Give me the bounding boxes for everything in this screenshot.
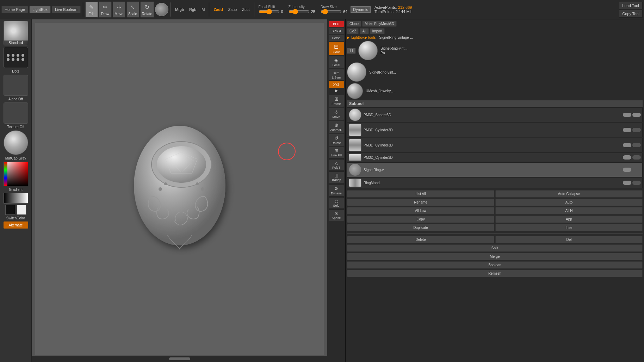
subtool-ring-lock[interactable] — [632, 181, 641, 185]
spix-button[interactable]: SPix 3 — [329, 28, 344, 34]
goz-button[interactable]: GoZ — [347, 28, 359, 34]
bottom-scrollbar[interactable] — [32, 356, 327, 362]
dynamic-button[interactable]: Dynamic — [351, 6, 371, 13]
subtool-signet-lock[interactable] — [632, 168, 641, 172]
rgb-button[interactable]: Rgb — [187, 7, 198, 12]
m-button[interactable]: M — [199, 7, 207, 12]
brush-preview[interactable] — [155, 3, 168, 16]
import-button[interactable]: Import — [370, 28, 385, 34]
subtool-cyl1-vis[interactable] — [623, 128, 631, 132]
rename-button[interactable]: Rename — [347, 199, 494, 206]
subtool-item-signet[interactable]: SignetRing-v... — [347, 162, 643, 177]
draw-size-slider[interactable] — [321, 9, 342, 14]
lsym-button[interactable]: ⇔± L Sym — [329, 69, 344, 81]
delete-button[interactable]: Delete — [347, 236, 494, 243]
lightbox-tools-row[interactable]: ▶ Lightbox▶Tools SignetRing-vintage-... — [347, 36, 643, 39]
scale-tool[interactable]: ⤡ Scale — [126, 1, 139, 18]
clone-button[interactable]: Clone — [347, 21, 361, 27]
zsub-button[interactable]: Zsub — [226, 7, 239, 12]
home-page-button[interactable]: Home Page — [1, 6, 28, 13]
dots-grid — [7, 54, 25, 61]
subtool-item-sphere[interactable]: PM3D_Sphere3D — [347, 107, 643, 122]
draw-tool[interactable]: ✏ Draw — [99, 1, 112, 18]
subtool-cyl3-vis[interactable] — [623, 155, 631, 160]
canvas-area[interactable] — [32, 19, 327, 362]
subtool-sphere-lock-toggle[interactable] — [632, 113, 641, 117]
dot-6 — [12, 58, 14, 61]
frame-button[interactable]: ⊞ Frame — [329, 95, 344, 107]
subtool-ring-vis[interactable] — [623, 181, 631, 185]
persp-button[interactable]: Persp — [329, 35, 344, 41]
goz-all-button[interactable]: All — [360, 28, 369, 34]
subtool-item-cyl2[interactable]: PM3D_Cylinder3D — [347, 138, 643, 152]
bpr-button[interactable]: BPR — [329, 21, 344, 27]
make-polymesh-button[interactable]: Make PolyMesh3D — [362, 21, 397, 27]
auto-button[interactable]: Auto — [495, 199, 643, 206]
inse-button[interactable]: Inse — [495, 224, 643, 231]
boolean-button[interactable]: Boolean — [347, 261, 643, 269]
local-button[interactable]: ◈ Local — [329, 56, 344, 68]
del-button[interactable]: Del — [495, 236, 643, 243]
focal-shift-slider[interactable] — [259, 9, 280, 14]
umesh-preview[interactable] — [347, 83, 363, 99]
load-tool-button[interactable]: Load Tool — [619, 2, 643, 10]
all-high-button[interactable]: All H — [495, 207, 643, 214]
xyz-button[interactable]: XYZ — [329, 81, 344, 88]
subtool-cyl2-lock[interactable] — [632, 143, 641, 147]
color-picker[interactable] — [4, 162, 28, 186]
line-fill-button[interactable]: ⊞ Line Fill — [329, 147, 344, 158]
dots-thumbnail[interactable] — [4, 47, 28, 68]
dynami-button[interactable]: ⚙ Dynami — [329, 185, 344, 196]
duplicate-button[interactable]: Duplicate — [347, 224, 494, 231]
gradient-swatch[interactable] — [4, 193, 28, 204]
brush-name: Standard — [4, 40, 28, 45]
mrgb-button[interactable]: Mrgb — [173, 7, 186, 12]
copy-button[interactable]: Copy — [347, 216, 494, 223]
subtool-item-cyl1[interactable]: PM3D_Cylinder3D — [347, 123, 643, 137]
subtool-item-cyl3[interactable]: PM3D_Cylinder3D — [347, 153, 643, 162]
subtool-signet-vis[interactable] — [623, 168, 631, 172]
rotate-tool[interactable]: ↻ Rotate — [140, 1, 154, 18]
subtool-cyl3-lock[interactable] — [632, 155, 641, 160]
auto-collapse-button[interactable]: Auto Collapse — [495, 190, 643, 198]
remesh-button[interactable]: Remesh — [347, 270, 643, 277]
matcap-thumbnail[interactable] — [4, 130, 28, 155]
alpha-thumbnail[interactable] — [4, 75, 28, 96]
zadd-button[interactable]: Zadd — [211, 7, 225, 12]
all-low-button[interactable]: All Low — [347, 207, 494, 214]
lightbox-button[interactable]: LightBox — [29, 6, 51, 13]
zcut-button[interactable]: Zcut — [240, 7, 252, 12]
tool-sphere-preview[interactable] — [358, 41, 378, 60]
expand-handle[interactable]: ▶ — [335, 88, 338, 93]
rotate-3d-button[interactable]: ↺ Rotate — [329, 134, 344, 146]
edit-tool[interactable]: ✎ Edit — [85, 1, 98, 18]
apose-button[interactable]: 🞻 Apose — [329, 210, 344, 221]
move-tool[interactable]: ⊹ Move — [113, 1, 125, 18]
subtool-cyl2-vis[interactable] — [623, 143, 631, 147]
move-3d-button[interactable]: ⊹ Move — [329, 108, 344, 120]
alternate-button[interactable]: Alternate — [4, 221, 28, 229]
live-boolean-button[interactable]: Live Boolean — [52, 6, 81, 13]
subtool-cyl1-lock[interactable] — [632, 128, 641, 132]
split-button[interactable]: Split — [347, 244, 643, 252]
tool-sphere-preview-2[interactable] — [347, 62, 366, 82]
brush-thumbnail[interactable]: Standard — [4, 21, 28, 45]
transp-button[interactable]: ◫ Transp — [329, 171, 344, 183]
z-intensity-slider[interactable] — [289, 9, 310, 14]
floor-button[interactable]: ⊟ Floor — [329, 42, 344, 55]
list-all-button[interactable]: List All — [347, 190, 494, 198]
subtool-sphere-vis-toggle[interactable] — [623, 113, 631, 117]
move-3d-icon: ⊹ — [334, 109, 339, 115]
swatch-white[interactable] — [17, 205, 26, 215]
subtool-header[interactable]: Subtool — [347, 100, 643, 107]
texture-thumbnail[interactable] — [4, 102, 28, 124]
scrollbar-thumb[interactable] — [169, 357, 190, 360]
polyt-button[interactable]: △ PolyT — [329, 159, 344, 171]
merge-button[interactable]: Merge — [347, 253, 643, 260]
subtool-item-ring[interactable]: RingMand... — [347, 177, 643, 188]
copy-tool-button[interactable]: Copy Tool — [619, 10, 643, 18]
solo-button[interactable]: ◎ Solo — [329, 197, 344, 209]
zoom3d-button[interactable]: ⊕ Zoom3D — [329, 121, 344, 133]
swatch-black[interactable] — [5, 205, 15, 215]
app-button[interactable]: App — [495, 216, 643, 223]
